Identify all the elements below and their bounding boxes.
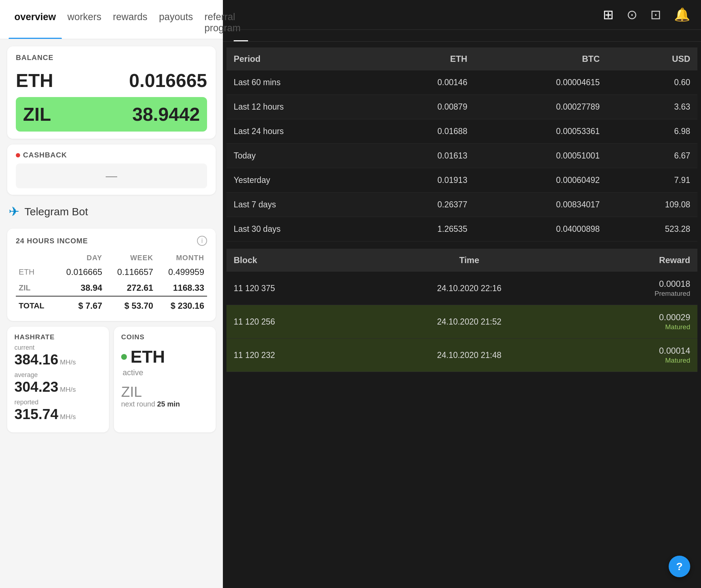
balance-label: BALANCE <box>16 54 207 62</box>
blocks-table: Block Time Reward 11 120 375 24.10.2020 … <box>226 249 697 372</box>
right-panel: ⊞ ⊙ ⊡ 🔔 Period ETH BTC USD Last 60 mi <box>223 0 701 588</box>
help-button[interactable]: ? <box>669 556 690 577</box>
balance-zil-row: ZIL 38.9442 <box>16 97 207 132</box>
time-cell: 24.10.2020 21:48 <box>369 339 570 372</box>
table-row: Yesterday 0.01913 0.00060492 7.91 <box>226 168 697 193</box>
btc-cell: 0.00834017 <box>475 193 607 217</box>
zil-coin-label: ZIL <box>23 104 51 125</box>
eth-cell: 0.01613 <box>374 144 475 168</box>
table-row: Last 12 hours 0.00879 0.00027789 3.63 <box>226 95 697 119</box>
nav-item-payouts[interactable]: payouts <box>153 6 199 39</box>
red-dot-icon <box>16 153 20 157</box>
right-tab-active[interactable] <box>234 30 248 41</box>
left-panel: overview workers rewards payouts referra… <box>0 0 223 588</box>
layers-icon[interactable]: ⊞ <box>603 7 614 22</box>
table-row: Today 0.01613 0.00051001 6.67 <box>226 144 697 168</box>
btc-cell: 0.00051001 <box>475 144 607 168</box>
coins-card: COINS ETH active ZIL next round 25 min <box>114 327 216 432</box>
table-row: 11 120 375 24.10.2020 22:16 0.00018 Prem… <box>226 272 697 305</box>
eth-balance-value: 0.016665 <box>129 70 207 91</box>
coins-title: COINS <box>121 333 209 341</box>
hashrate-current-value: 384.16 MH/s <box>14 352 102 368</box>
income-total-week: $ 53.70 <box>105 296 156 314</box>
table-row: ETH 0.016665 0.116657 0.499959 <box>16 264 207 280</box>
usd-cell: 6.98 <box>607 119 697 144</box>
hashrate-title: HASHRATE <box>14 333 102 341</box>
reward-cell: 0.00029 Matured <box>570 305 697 339</box>
blocks-col-reward: Reward <box>570 249 697 272</box>
coin-eth-row: ETH <box>121 347 209 367</box>
earnings-col-period: Period <box>226 47 374 70</box>
cashback-card: CASHBACK — <box>7 144 216 195</box>
telegram-row[interactable]: ✈ Telegram Bot <box>7 201 216 223</box>
balance-eth-row: ETH 0.016665 <box>16 66 207 95</box>
telegram-icon: ✈ <box>9 204 19 219</box>
eth-cell: 0.00879 <box>374 95 475 119</box>
telegram-label: Telegram Bot <box>24 206 88 218</box>
blocks-col-time: Time <box>369 249 570 272</box>
income-eth-label: ETH <box>16 264 54 280</box>
income-title: 24 HOURS INCOME <box>16 237 88 245</box>
blocks-col-block: Block <box>226 249 369 272</box>
income-zil-month: 1168.33 <box>156 280 207 296</box>
income-col-month: MONTH <box>156 252 207 264</box>
nav-item-overview[interactable]: overview <box>9 6 62 39</box>
earnings-col-eth: ETH <box>374 47 475 70</box>
coin-eth-name: ETH <box>130 347 165 367</box>
income-col-day: DAY <box>54 252 105 264</box>
usd-cell: 109.08 <box>607 193 697 217</box>
right-header: ⊞ ⊙ ⊡ 🔔 <box>223 0 701 30</box>
coin-zil-name: ZIL <box>121 384 209 400</box>
income-total-month: $ 230.16 <box>156 296 207 314</box>
income-zil-label: ZIL <box>16 280 54 296</box>
table-row: TOTAL $ 7.67 $ 53.70 $ 230.16 <box>16 296 207 314</box>
income-total-label: TOTAL <box>16 296 54 314</box>
hashrate-reported-label: reported <box>14 399 102 406</box>
main-nav: overview workers rewards payouts referra… <box>0 0 223 39</box>
eth-cell: 0.01688 <box>374 119 475 144</box>
income-col-week: WEEK <box>105 252 156 264</box>
table-row: Last 30 days 1.26535 0.04000898 523.28 <box>226 217 697 242</box>
coin-zil-sub: next round 25 min <box>121 400 209 408</box>
cashback-label: CASHBACK <box>16 151 207 159</box>
bell-icon[interactable]: 🔔 <box>674 7 690 22</box>
period-cell: Last 7 days <box>226 193 374 217</box>
hashrate-reported-row: reported 315.74 MH/s <box>14 399 102 422</box>
earnings-col-usd: USD <box>607 47 697 70</box>
income-total-day: $ 7.67 <box>54 296 105 314</box>
green-dot-icon <box>121 354 127 360</box>
nav-item-workers[interactable]: workers <box>62 6 107 39</box>
left-content: BALANCE ETH 0.016665 ZIL 38.9442 CASHBAC… <box>0 39 223 440</box>
swap-icon[interactable]: ⊙ <box>627 7 637 22</box>
income-eth-day: 0.016665 <box>54 264 105 280</box>
btc-cell: 0.04000898 <box>475 217 607 242</box>
btc-cell: 0.00060492 <box>475 168 607 193</box>
income-eth-month: 0.499959 <box>156 264 207 280</box>
period-cell: Today <box>226 144 374 168</box>
table-row: 11 120 256 24.10.2020 21:52 0.00029 Matu… <box>226 305 697 339</box>
hashrate-average-label: average <box>14 371 102 379</box>
reward-cell: 0.00018 Prematured <box>570 272 697 305</box>
blocks-section: Block Time Reward 11 120 375 24.10.2020 … <box>223 249 701 372</box>
usd-cell: 523.28 <box>607 217 697 242</box>
eth-cell: 1.26535 <box>374 217 475 242</box>
cashback-value: — <box>16 164 207 188</box>
time-cell: 24.10.2020 21:52 <box>369 305 570 339</box>
balance-card: BALANCE ETH 0.016665 ZIL 38.9442 <box>7 46 216 139</box>
nav-item-rewards[interactable]: rewards <box>107 6 153 39</box>
table-row: Last 24 hours 0.01688 0.00053361 6.98 <box>226 119 697 144</box>
usd-cell: 0.60 <box>607 70 697 95</box>
btc-cell: 0.00004615 <box>475 70 607 95</box>
time-cell: 24.10.2020 22:16 <box>369 272 570 305</box>
earnings-col-btc: BTC <box>475 47 607 70</box>
hashrate-current-row: current 384.16 MH/s <box>14 344 102 368</box>
folder-icon[interactable]: ⊡ <box>650 7 661 22</box>
usd-cell: 7.91 <box>607 168 697 193</box>
info-icon[interactable]: i <box>197 236 207 246</box>
period-cell: Last 12 hours <box>226 95 374 119</box>
hashrate-average-value: 304.23 MH/s <box>14 379 102 395</box>
hashrate-current-label: current <box>14 344 102 352</box>
income-zil-week: 272.61 <box>105 280 156 296</box>
eth-coin-label: ETH <box>16 70 53 91</box>
right-content: Period ETH BTC USD Last 60 mins 0.00146 … <box>223 42 701 378</box>
